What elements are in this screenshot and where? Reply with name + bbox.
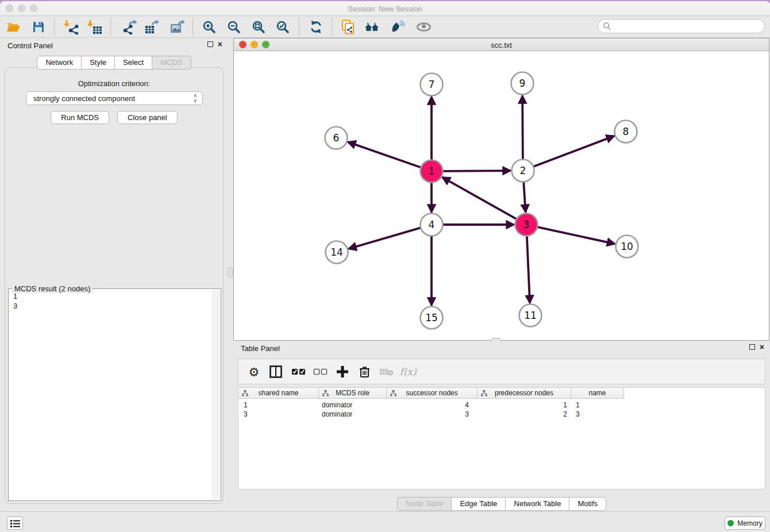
graph-node-label: 9 (519, 78, 526, 89)
import-table-icon[interactable] (87, 19, 102, 34)
optimization-criterion-label: Optimization criterion: (5, 79, 223, 88)
network-titlebar[interactable]: × − + scc.txt (234, 38, 769, 51)
gear-icon[interactable]: ⚙ (247, 364, 261, 379)
tab-select[interactable]: Select (115, 56, 152, 70)
deselect-all-icon[interactable] (313, 364, 328, 379)
toolbar-separator (332, 18, 332, 36)
graph-node-label: 3 (523, 219, 530, 230)
clone-network-icon[interactable] (340, 19, 356, 34)
close-panel-button[interactable]: Close panel (117, 111, 178, 124)
graph-node-label: 15 (425, 312, 438, 323)
refresh-icon[interactable] (308, 19, 324, 34)
graph-node-label: 1 (429, 165, 435, 177)
zoom-fit-icon[interactable] (251, 19, 266, 34)
graph-edge-3-10[interactable] (537, 227, 615, 244)
graph-edge-2-8[interactable] (533, 136, 614, 167)
add-icon[interactable] (335, 364, 350, 379)
graph-edge-1-2[interactable] (442, 171, 510, 171)
close-panel-icon[interactable]: × (218, 41, 222, 47)
graph-node-label: 10 (621, 241, 633, 252)
main-toolbar (0, 16, 770, 38)
graph-edge-2-9[interactable] (522, 95, 523, 159)
mcds-result-title: MCDS result (2 nodes) (12, 284, 93, 293)
network-canvas[interactable]: 1234678910111415 (234, 51, 769, 340)
table-toolbar: ⚙ f(x) (238, 358, 765, 384)
status-bar: Memory (0, 511, 770, 532)
column-type-icon (481, 390, 487, 396)
save-session-icon[interactable] (30, 19, 46, 34)
apply-style-icon[interactable] (390, 19, 405, 34)
export-table-icon[interactable] (144, 19, 159, 34)
memory-status-dot (727, 520, 734, 526)
graph-edge-4-14[interactable] (349, 228, 421, 249)
table-row[interactable]: 1 dominator 4 1 1 (238, 400, 624, 410)
export-image-icon[interactable] (170, 19, 185, 34)
graph-node-label: 14 (330, 246, 343, 258)
graph-edge-3-11[interactable] (527, 236, 530, 303)
float-table-panel-icon[interactable] (749, 344, 755, 350)
graph-edge-3-1[interactable] (442, 178, 517, 219)
memory-button[interactable]: Memory (725, 516, 765, 530)
control-panel: Control Panel × Network Style Select MCD… (0, 38, 228, 511)
zoom-selected-icon[interactable] (275, 19, 290, 34)
memory-label: Memory (737, 519, 762, 527)
trash-icon[interactable] (357, 364, 372, 379)
tab-node-table[interactable]: Node Table (397, 497, 452, 511)
graph-node-label: 11 (524, 310, 537, 321)
tab-style[interactable]: Style (82, 56, 115, 70)
toolbar-separator (299, 18, 299, 36)
graph-edge-1-6[interactable] (348, 142, 421, 167)
run-mcds-button[interactable]: Run MCDS (51, 111, 109, 124)
mcds-result-line: 3 (13, 301, 17, 311)
titlebar: Session: New Session (0, 1, 770, 16)
network-title: scc.txt (234, 41, 769, 49)
table-header-row: shared name MCDS role successor nodes pr… (238, 388, 624, 399)
zoom-in-icon[interactable] (201, 19, 217, 34)
toolbar-separator (110, 18, 111, 36)
export-network-icon[interactable] (122, 19, 137, 34)
control-panel-title: Control Panel (7, 41, 53, 50)
tab-mcds[interactable]: MCDS (152, 56, 191, 70)
column-type-icon (242, 390, 248, 396)
column-header-successor-nodes[interactable]: successor nodes (387, 388, 478, 399)
tab-network-table[interactable]: Network Table (506, 497, 569, 511)
node-table: shared name MCDS role successor nodes pr… (238, 387, 765, 489)
import-network-icon[interactable] (63, 19, 79, 34)
tab-motifs[interactable]: Motifs (569, 497, 606, 511)
network-window: × − + scc.txt 1234678910111415 (233, 38, 769, 341)
task-history-button[interactable] (7, 516, 23, 530)
first-neighbors-icon[interactable] (364, 19, 380, 34)
criterion-dropdown[interactable]: strongly connected component ∧∨ (26, 91, 203, 105)
table-row[interactable]: 3 dominator 3 2 3 (238, 410, 624, 419)
close-table-panel-icon[interactable]: × (760, 344, 764, 350)
search-input[interactable] (611, 22, 755, 30)
list-icon (10, 519, 20, 527)
table-tabs: Node Table Edge Table Network Table Moti… (233, 497, 770, 511)
window-title: Session: New Session (0, 5, 770, 13)
function-builder-icon: f(x) (401, 364, 415, 379)
result-scrollbar[interactable] (213, 290, 220, 500)
columns-icon[interactable] (268, 364, 283, 379)
tab-network[interactable]: Network (37, 56, 82, 70)
toolbar-separator (192, 18, 193, 36)
table-panel: Table Panel × ⚙ f(x) shar (233, 341, 770, 511)
float-panel-icon[interactable] (207, 41, 213, 47)
control-panel-tabs: Network Style Select MCDS (0, 56, 228, 70)
chevron-up-down-icon: ∧∨ (193, 93, 197, 103)
open-file-icon[interactable] (5, 19, 21, 34)
select-all-icon[interactable] (291, 364, 306, 379)
vertical-splitter-grip[interactable] (228, 268, 233, 277)
column-header-mcds-role[interactable]: MCDS role (319, 388, 387, 399)
column-header-shared-name[interactable]: shared name (238, 388, 319, 399)
mcds-panel: Optimization criterion: strongly connect… (5, 67, 224, 504)
graph-edge-2-3[interactable] (523, 182, 525, 212)
column-header-name[interactable]: name (571, 388, 624, 399)
tab-edge-table[interactable]: Edge Table (452, 497, 506, 511)
criterion-value: strongly connected component (33, 94, 135, 103)
zoom-out-icon[interactable] (226, 19, 241, 34)
show-hide-eye-icon[interactable] (416, 19, 432, 34)
delete-table-icon (379, 364, 394, 379)
column-header-predecessor-nodes[interactable]: predecessor nodes (478, 388, 571, 399)
column-type-icon (390, 390, 396, 396)
search-box[interactable] (598, 19, 765, 33)
